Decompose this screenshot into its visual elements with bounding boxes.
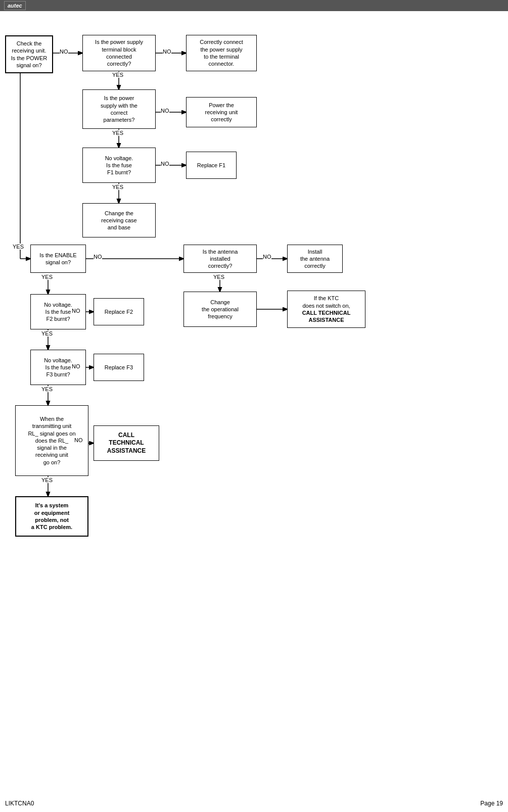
label-yes-1: YES [112,72,123,78]
footer-right: Page 19 [480,800,503,807]
label-no-3: NO [161,108,169,114]
if-ktc-box: If the KTCdoes not switch on,CALL TECHNI… [287,291,365,328]
arrows-svg [0,11,508,789]
diagram-area: Check thereceiving unit.Is the POWERsign… [0,11,508,789]
label-no-7: NO [72,308,80,314]
replace-f1-box: Replace F1 [186,152,237,179]
power-receiving-unit-box: Power thereceiving unitcorrectly [186,97,257,127]
replace-f2-box: Replace F2 [94,298,144,325]
replace-f3-box: Replace F3 [94,354,144,381]
label-yes-3: YES [112,184,123,190]
is-antenna-installed-box: Is the antennainstalledcorrectly? [183,245,257,273]
label-yes-antenna: YES [213,274,224,280]
label-no-2: NO [163,49,171,55]
no-voltage-f1-box: No voltage.Is the fuseF1 burnt? [82,148,156,183]
label-no-1: NO [60,49,68,55]
footer-left: LIKTCNA0 [5,800,34,807]
system-problem-box: It's a systemor equipmentproblem, nota K… [15,496,88,537]
label-no-8: NO [72,363,80,369]
label-yes-6: YES [41,386,53,392]
label-no-9: NO [74,437,83,443]
label-yes-7: YES [41,477,53,483]
label-yes-left: YES [13,244,24,250]
change-receiving-case-box: Change thereceiving caseand base [82,203,156,237]
footer: LIKTCNA0 Page 19 [5,800,503,807]
label-yes-2: YES [112,130,123,136]
header: autec [0,0,508,11]
label-no-6: NO [263,254,271,260]
label-no-4: NO [161,161,169,167]
change-operational-freq-box: Changethe operationalfrequency [183,292,257,327]
is-enable-signal-box: Is the ENABLEsignal on? [30,245,86,273]
install-antenna-box: Installthe antennacorrectly [287,245,343,273]
power-supply-params-box: Is the powersupply with thecorrectparame… [82,89,156,129]
check-receiving-box: Check thereceiving unit.Is the POWERsign… [5,35,53,73]
power-supply-terminal-box: Is the power supplyterminal blockconnect… [82,35,156,71]
label-yes-5: YES [41,330,53,337]
correctly-connect-box: Correctly connectthe power supplyto the … [186,35,257,71]
logo: autec [4,1,26,10]
label-yes-4: YES [41,274,53,280]
label-no-5: NO [94,254,102,260]
call-technical-box: CALLTECHNICALASSISTANCE [94,425,159,461]
